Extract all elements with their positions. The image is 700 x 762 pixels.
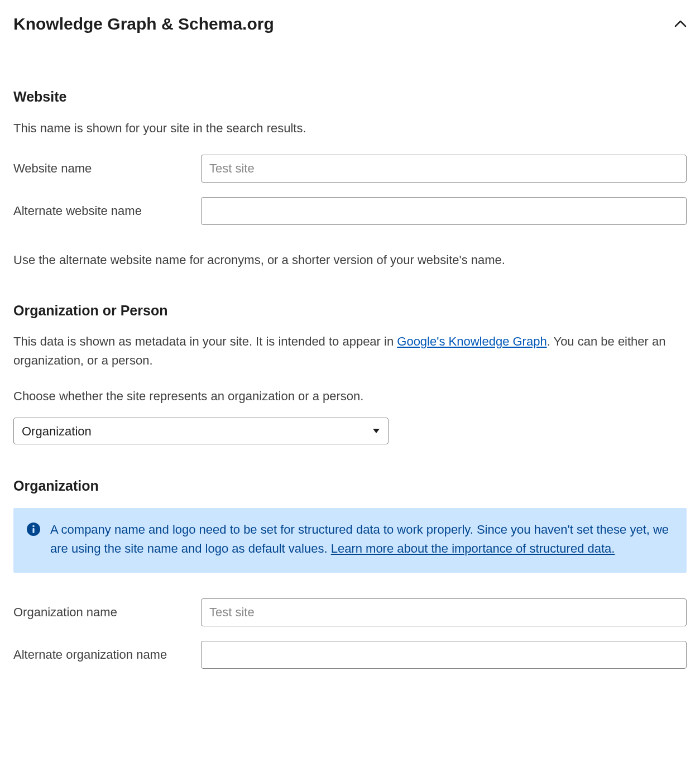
section-heading-website: Website: [13, 87, 687, 108]
org-person-select-wrap: Organization: [13, 418, 389, 444]
knowledge-graph-link[interactable]: Google's Knowledge Graph: [397, 334, 546, 348]
chevron-up-icon: [674, 18, 687, 30]
field-row-org-name: Organization name: [13, 598, 687, 626]
field-row-alt-website-name: Alternate website name: [13, 197, 687, 225]
org-name-input[interactable]: [201, 598, 687, 626]
field-row-alt-org-name: Alternate organization name: [13, 641, 687, 669]
org-person-select[interactable]: Organization: [13, 418, 389, 444]
alt-website-name-label: Alternate website name: [13, 202, 201, 220]
website-name-label: Website name: [13, 159, 201, 178]
section-heading-org-person: Organization or Person: [13, 300, 687, 322]
website-name-input[interactable]: [201, 155, 687, 183]
website-desc: This name is shown for your site in the …: [13, 119, 687, 138]
info-text: A company name and logo need to be set f…: [50, 520, 673, 558]
field-row-website-name: Website name: [13, 155, 687, 183]
section-heading-organization: Organization: [13, 476, 687, 497]
info-box: A company name and logo need to be set f…: [13, 508, 687, 573]
info-icon: [27, 523, 40, 536]
alt-website-name-input[interactable]: [201, 197, 687, 225]
alt-org-name-input[interactable]: [201, 641, 687, 669]
svg-rect-3: [32, 528, 34, 533]
svg-point-2: [32, 525, 35, 527]
structured-data-link[interactable]: Learn more about the importance of struc…: [331, 541, 615, 555]
panel-header[interactable]: Knowledge Graph & Schema.org: [13, 11, 687, 36]
org-person-desc-pre: This data is shown as metadata in your s…: [13, 334, 397, 348]
alt-org-name-label: Alternate organization name: [13, 645, 201, 664]
org-person-prompt: Choose whether the site represents an or…: [13, 387, 687, 405]
org-person-desc: This data is shown as metadata in your s…: [13, 332, 687, 370]
website-hint: Use the alternate website name for acron…: [13, 251, 687, 269]
panel-title: Knowledge Graph & Schema.org: [13, 11, 274, 36]
org-name-label: Organization name: [13, 603, 201, 621]
